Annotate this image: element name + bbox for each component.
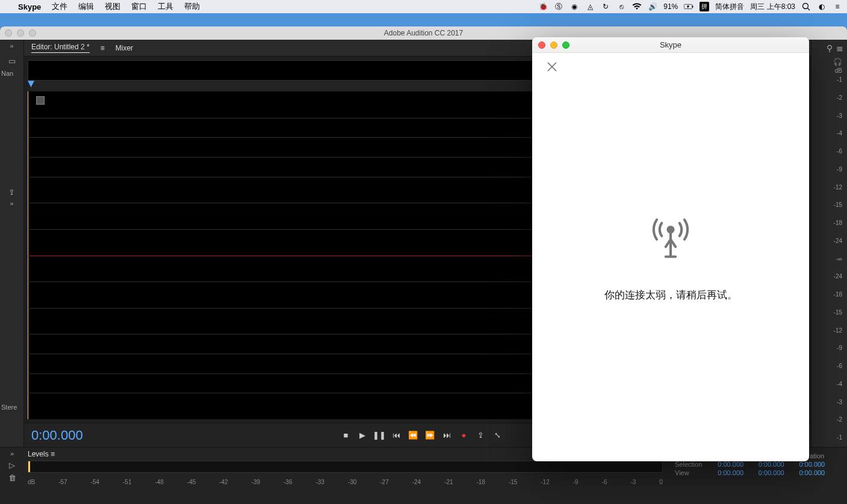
view-start[interactable]: 0:00.000 [718, 469, 757, 476]
db-tick: -4 [811, 381, 842, 387]
svg-line-3 [808, 8, 810, 11]
timecode-display[interactable]: 0:00.000 [31, 428, 83, 443]
selection-duration[interactable]: 0:00.000 [799, 461, 839, 468]
folder-icon[interactable]: ▭ [0, 55, 23, 66]
tab-mixer[interactable]: Mixer [116, 44, 133, 52]
levels-meter[interactable] [28, 461, 663, 473]
tab-levels[interactable]: Levels [28, 450, 49, 458]
ime-label[interactable]: 简体拼音 [715, 2, 744, 12]
timemachine-icon[interactable]: ↻ [601, 2, 610, 11]
file-icon-marker [36, 96, 45, 105]
status-icon-2[interactable]: ◬ [585, 2, 595, 11]
record-button[interactable]: ● [456, 428, 471, 443]
menu-file[interactable]: 文件 [52, 1, 67, 12]
headphone-icon[interactable]: 🎧 [833, 58, 842, 66]
scale-tick: -6 [602, 479, 607, 485]
db-tick: -15 [811, 201, 842, 208]
scale-tick: -45 [187, 479, 196, 485]
collapse-files-button[interactable]: » [0, 40, 23, 52]
zoom-tool-icon[interactable]: ⚲ [827, 43, 833, 53]
db-tick: -2 [811, 94, 842, 101]
macos-menubar: Skype 文件 编辑 视图 窗口 工具 帮助 🐞 Ⓢ ◉ ◬ ↻ ⎋ 🔊 91… [0, 0, 847, 13]
antenna-icon [646, 212, 695, 264]
notification-center-icon[interactable]: ≡ [833, 2, 842, 11]
db-tick: -9 [811, 345, 842, 351]
scale-tick: -3 [630, 479, 636, 485]
status-icon-1[interactable]: 🐞 [538, 2, 548, 11]
menu-tools[interactable]: 工具 [158, 1, 173, 12]
audition-zoom-button[interactable] [29, 29, 36, 37]
ime-badge-icon[interactable]: 拼 [700, 2, 709, 11]
skype-close-button[interactable] [538, 41, 545, 49]
next-button[interactable]: ⏭ [439, 428, 454, 443]
rewind-button[interactable]: ⏪ [406, 428, 420, 443]
bluetooth-icon[interactable]: ⎋ [616, 2, 626, 11]
menu-view[interactable]: 视图 [105, 1, 120, 12]
scale-tick: -51 [123, 479, 131, 485]
db-scale: -1 -2 -3 -4 -6 -9 -12 -15 -18 -24 -∞ -24… [811, 74, 847, 447]
scale-tick: -9 [573, 479, 579, 485]
audition-close-button[interactable] [5, 29, 12, 37]
scale-tick: -18 [476, 479, 485, 485]
tab-editor[interactable]: Editor: Untitled 2 * [31, 43, 90, 53]
files-name-header: Nan [0, 66, 23, 81]
import-icon[interactable]: ⇪ [0, 186, 23, 197]
scale-tick: -39 [252, 479, 260, 485]
audition-minimize-button[interactable] [17, 29, 24, 37]
db-tick: -3 [811, 399, 842, 405]
db-tick: -4 [811, 130, 842, 137]
loop-button[interactable]: ⇪ [473, 428, 488, 443]
svg-rect-1 [692, 5, 693, 7]
scale-tick: -21 [444, 479, 453, 485]
selection-end[interactable]: 0:00.000 [759, 461, 798, 468]
play-button[interactable]: ▶ [355, 428, 370, 443]
db-tick: -9 [811, 166, 842, 173]
selection-start[interactable]: 0:00.000 [718, 461, 757, 468]
view-duration[interactable]: 0:00.000 [799, 469, 839, 476]
skype-zoom-button[interactable] [562, 41, 569, 49]
db-tick: -3 [811, 112, 842, 119]
wifi-icon[interactable] [632, 2, 642, 11]
db-tick: -18 [811, 220, 842, 226]
collapse-panel-button[interactable]: » [0, 197, 23, 209]
menu-edit[interactable]: 编辑 [78, 1, 94, 12]
scale-tick: -54 [91, 479, 99, 485]
menu-window[interactable]: 窗口 [131, 1, 147, 12]
menubar-clock[interactable]: 周三 上午8:03 [750, 2, 795, 12]
prev-button[interactable]: ⏮ [389, 428, 403, 443]
battery-icon[interactable] [684, 2, 693, 11]
skype-minimize-button[interactable] [550, 41, 557, 49]
scale-tick: -42 [219, 479, 228, 485]
volume-icon[interactable]: 🔊 [648, 2, 657, 11]
scale-tick: -57 [58, 479, 67, 485]
skype-titlebar[interactable]: Skype [532, 37, 809, 53]
skip-selection-button[interactable]: ⤡ [490, 428, 504, 443]
amplitude-scale-panel: ⚲ ≣ 🎧 dB -1 -2 -3 -4 -6 -9 -12 -15 -18 -… [811, 40, 847, 447]
collapse-bottom-button[interactable]: » [10, 450, 14, 457]
db-tick: -6 [811, 148, 842, 155]
spotlight-icon[interactable] [801, 2, 811, 11]
creative-cloud-icon[interactable]: ◉ [569, 2, 579, 11]
svg-point-2 [803, 4, 808, 9]
menubar-app-name[interactable]: Skype [18, 2, 41, 11]
menu-help[interactable]: 帮助 [184, 1, 200, 12]
playhead-handle[interactable] [28, 81, 34, 87]
view-end[interactable]: 0:00.000 [759, 469, 798, 476]
panel-menu-icon[interactable]: ≣ [836, 43, 843, 53]
trash-icon[interactable]: 🗑 [8, 473, 16, 482]
levels-menu-icon[interactable]: ≡ [51, 450, 55, 458]
close-icon[interactable] [547, 61, 557, 75]
scale-tick: -12 [541, 479, 549, 485]
db-tick: -2 [811, 416, 842, 423]
skype-status-icon[interactable]: Ⓢ [554, 2, 563, 11]
scale-tick: -30 [348, 479, 356, 485]
stop-button[interactable]: ■ [338, 428, 353, 443]
scale-tick: 0 [659, 479, 663, 485]
forward-button[interactable]: ⏩ [423, 428, 437, 443]
pause-button[interactable]: ❚❚ [372, 428, 386, 443]
tab-editor-menu[interactable]: ≡ [101, 44, 105, 52]
siri-icon[interactable]: ◐ [817, 2, 827, 11]
history-play-icon[interactable]: ▷ [9, 461, 15, 470]
stereo-label: Stere [0, 404, 23, 447]
battery-percent[interactable]: 91% [663, 2, 678, 11]
